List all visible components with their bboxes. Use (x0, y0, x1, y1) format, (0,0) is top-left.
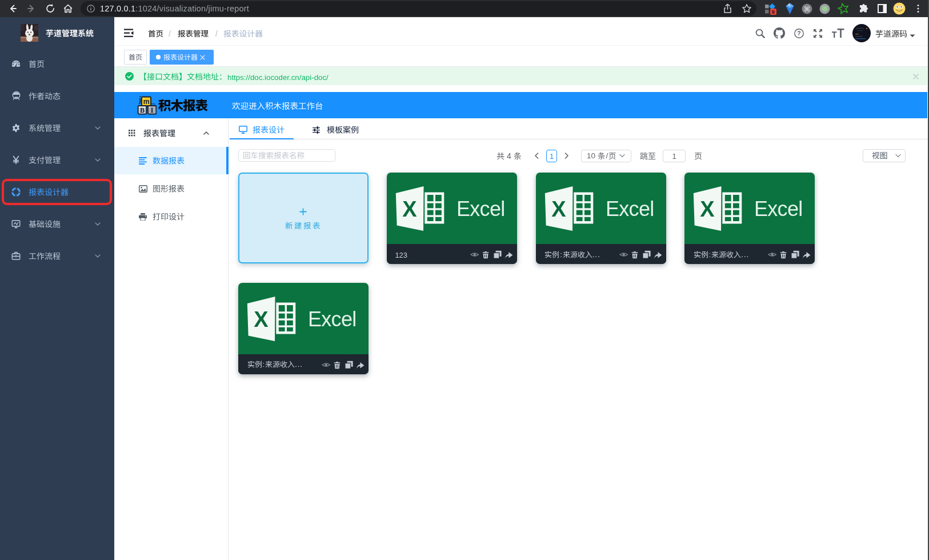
svg-text:?: ? (797, 30, 800, 37)
svg-text:Excel: Excel (457, 197, 505, 221)
svg-text:X: X (254, 307, 269, 331)
svg-text:⌘: ⌘ (804, 6, 811, 13)
svg-text:X: X (403, 197, 418, 221)
svg-text:Excel: Excel (606, 197, 654, 221)
svg-text:B: B (140, 106, 145, 114)
svg-text:X: X (700, 197, 715, 221)
svg-text:I: I (151, 106, 154, 114)
svg-text:9: 9 (772, 9, 775, 15)
svg-text:m: m (143, 98, 150, 106)
svg-text:X: X (551, 197, 566, 221)
svg-text:Excel: Excel (754, 197, 803, 221)
svg-text:Excel: Excel (308, 307, 357, 331)
